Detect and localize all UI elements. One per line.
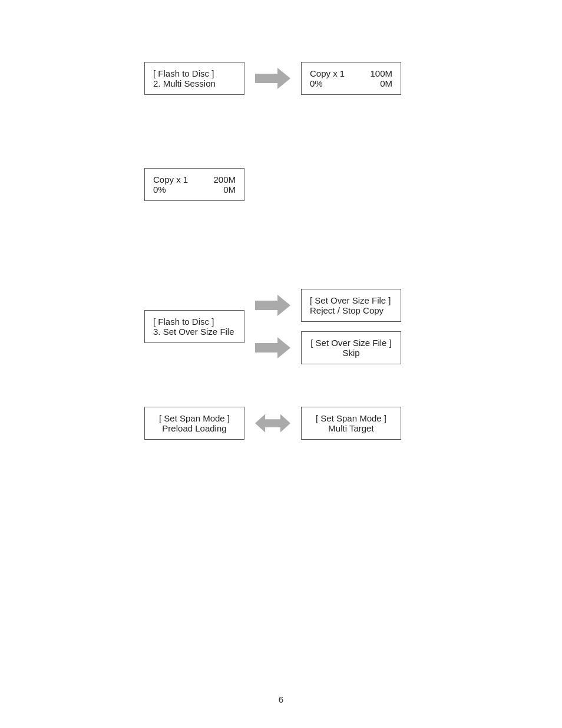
arrow-right-icon-3 (255, 337, 290, 358)
section1-right-box: Copy x 1 100M 0% 0M (301, 62, 401, 95)
section1-left-box: [ Flash to Disc ] 2. Multi Session (144, 62, 244, 95)
section3a-row: [ Flash to Disc ] 3. Set Over Size File … (144, 289, 401, 364)
arrow-both-icon (255, 413, 290, 434)
section4-right-line2: Multi Target (310, 423, 392, 433)
section2-row2-right: 0M (223, 185, 236, 195)
section2-box: Copy x 1 200M 0% 0M (144, 168, 244, 201)
page: [ Flash to Disc ] 2. Multi Session Copy … (0, 0, 562, 728)
section3a-right-bottom-box: [ Set Over Size File ] Skip (301, 331, 401, 364)
svg-marker-3 (255, 414, 290, 433)
section2-row2-left: 0% (153, 185, 166, 195)
section3a-right-bottom-line1: [ Set Over Size File ] (310, 338, 392, 348)
section1-left-line2: 2. Multi Session (153, 78, 236, 88)
svg-marker-2 (255, 337, 290, 358)
svg-marker-1 (255, 295, 290, 316)
section4-right-box: [ Set Span Mode ] Multi Target (301, 407, 401, 440)
section3a-left-line2: 3. Set Over Size File (153, 327, 236, 337)
arrow-right-icon-2 (255, 295, 290, 316)
section2-row1-right: 200M (213, 174, 236, 185)
section1-right-row1-right: 100M (370, 68, 392, 78)
section1-right-row2-right: 0M (380, 78, 392, 88)
arrow-right-icon-1 (255, 68, 290, 89)
section3a-right-bottom-line2: Skip (310, 348, 392, 358)
section4-left-line1: [ Set Span Mode ] (153, 413, 236, 423)
section3a-left-box: [ Flash to Disc ] 3. Set Over Size File (144, 310, 244, 343)
section3a-right-top-line2: Reject / Stop Copy (310, 305, 392, 315)
section2-row1-left: Copy x 1 (153, 174, 188, 185)
section4-row: [ Set Span Mode ] Preload Loading [ Set … (144, 407, 401, 440)
section4-left-line2: Preload Loading (153, 423, 236, 433)
section1-row: [ Flash to Disc ] 2. Multi Session Copy … (144, 62, 401, 95)
section1-right-row2-left: 0% (310, 78, 323, 88)
page-number: 6 (279, 694, 283, 704)
section2-row: Copy x 1 200M 0% 0M (144, 168, 244, 201)
section4-left-box: [ Set Span Mode ] Preload Loading (144, 407, 244, 440)
section1-left-line1: [ Flash to Disc ] (153, 68, 236, 78)
section3a-left-line1: [ Flash to Disc ] (153, 317, 236, 327)
section4-right-line1: [ Set Span Mode ] (310, 413, 392, 423)
section1-right-row1-left: Copy x 1 (310, 68, 345, 78)
svg-marker-0 (255, 68, 290, 89)
section3a-right-top-line1: [ Set Over Size File ] (310, 295, 392, 305)
section3a-right-top-box: [ Set Over Size File ] Reject / Stop Cop… (301, 289, 401, 322)
